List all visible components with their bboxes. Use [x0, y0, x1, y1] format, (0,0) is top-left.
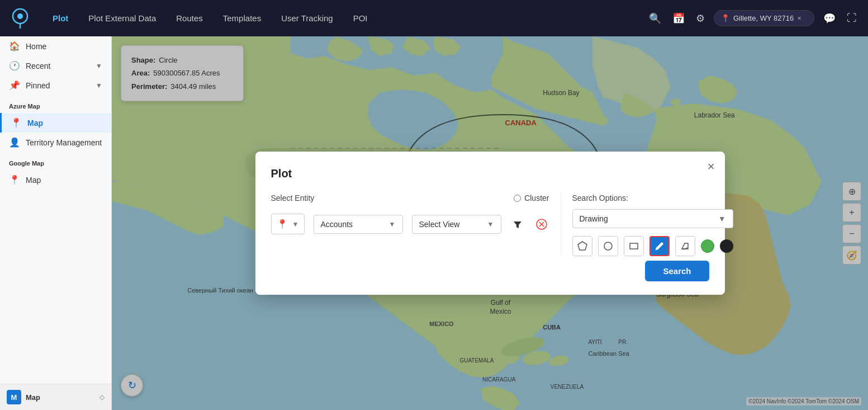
sidebar-item-map-azure-label: Map	[27, 119, 43, 128]
modal-title: Plot	[271, 167, 709, 180]
nav-search-icon-btn[interactable]: 🔍	[647, 10, 663, 27]
cluster-label-text: Cluster	[524, 194, 549, 202]
sidebar-item-map-google[interactable]: 📍 Map	[0, 170, 111, 190]
azure-map-label: Azure Map	[0, 95, 111, 113]
draw-tool-erase-btn[interactable]	[675, 236, 695, 256]
recent-expand-icon: ▼	[96, 62, 102, 70]
nav-location-search[interactable]: 📍 Gillette, WY 82716 ×	[714, 10, 814, 26]
accounts-dropdown[interactable]: Accounts ▼	[314, 215, 403, 234]
modal-overlay: Plot × Select Entity Cluster	[112, 36, 868, 410]
pin-dropdown-chevron: ▼	[292, 220, 299, 228]
pinned-expand-icon: ▼	[96, 82, 102, 89]
filter-btn[interactable]	[510, 217, 525, 232]
sidebar-item-home-label: Home	[26, 42, 46, 51]
recent-icon: 🕐	[9, 60, 20, 71]
sidebar: 🏠 Home 🕐 Recent ▼ 📌 Pinned ▼ Azure Map 📍…	[0, 36, 112, 410]
sidebar-item-territory-label: Territory Management	[26, 138, 102, 147]
nav-right: 🔍 📅 ⚙ 📍 Gillette, WY 82716 × 💬 ⛶	[647, 10, 859, 27]
svg-marker-15	[578, 242, 587, 250]
svg-marker-11	[514, 222, 521, 228]
sidebar-bottom[interactable]: M Map ◇	[0, 384, 111, 410]
select-view-chevron: ▼	[487, 220, 494, 228]
color-green-dot[interactable]	[701, 239, 714, 253]
nav-logo	[9, 7, 31, 30]
draw-tool-polygon-btn[interactable]	[572, 236, 592, 256]
sidebar-item-map-google-label: Map	[26, 176, 41, 185]
entity-dropdowns-row: 📍 ▼ Accounts ▼ Select V	[271, 214, 549, 234]
rectangle-icon	[629, 241, 639, 251]
map-azure-icon: 📍	[11, 117, 22, 128]
nav-link-poi[interactable]: POI	[345, 9, 376, 27]
plot-modal: Plot × Select Entity Cluster	[255, 152, 725, 295]
pinned-icon: 📌	[9, 80, 20, 91]
sidebar-item-recent-label: Recent	[26, 62, 50, 70]
entity-controls-right: Cluster	[514, 194, 549, 202]
nav-location-icon: 📍	[721, 14, 730, 22]
nav-fullscreen-icon-btn[interactable]: ⛶	[845, 10, 859, 26]
nav-chat-icon-btn[interactable]: 💬	[821, 10, 838, 27]
sidebar-item-recent[interactable]: 🕐 Recent ▼	[0, 56, 111, 76]
top-nav: Plot Plot External Data Routes Templates…	[0, 0, 868, 36]
clear-icon	[536, 219, 547, 230]
nav-link-routes[interactable]: Routes	[168, 9, 211, 27]
draw-tool-pencil-btn[interactable]	[649, 236, 670, 256]
select-view-label: Select View	[419, 220, 460, 229]
nav-links: Plot Plot External Data Routes Templates…	[45, 9, 647, 27]
modal-right: Search Options: Drawing ▼	[561, 194, 733, 256]
color-black-dot[interactable]	[720, 239, 733, 253]
nav-location-value: Gillette, WY 82716	[733, 14, 794, 22]
circle-draw-icon	[603, 241, 613, 251]
nav-link-user-tracking[interactable]: User Tracking	[273, 9, 341, 27]
cluster-radio-input[interactable]	[514, 195, 521, 202]
nav-link-templates[interactable]: Templates	[215, 9, 269, 27]
accounts-chevron: ▼	[389, 220, 396, 228]
sidebar-item-territory[interactable]: 👤 Territory Management	[0, 133, 111, 152]
search-button[interactable]: Search	[645, 261, 709, 281]
nav-location-clear-icon[interactable]: ×	[797, 14, 801, 22]
nav-link-plot[interactable]: Plot	[45, 9, 76, 27]
drawing-dropdown-chevron: ▼	[718, 214, 726, 223]
modal-inner: Select Entity Cluster	[271, 194, 709, 256]
svg-point-1	[17, 13, 23, 19]
sidebar-bottom-avatar: M	[7, 390, 21, 404]
map-area[interactable]: Hudson Bay CANADA Labrador Sea Северный …	[112, 36, 868, 410]
cluster-radio-label[interactable]: Cluster	[514, 194, 549, 202]
sidebar-bottom-label: Map	[26, 393, 40, 402]
pin-type-dropdown[interactable]: 📍 ▼	[271, 214, 305, 234]
map-background: Hudson Bay CANADA Labrador Sea Северный …	[112, 36, 868, 410]
main-layout: 🏠 Home 🕐 Recent ▼ 📌 Pinned ▼ Azure Map 📍…	[0, 36, 868, 410]
select-view-dropdown[interactable]: Select View ▼	[412, 215, 501, 234]
erase-icon	[680, 241, 690, 251]
drawing-tools	[572, 236, 733, 256]
select-entity-label: Select Entity	[271, 194, 315, 202]
svg-point-16	[604, 242, 612, 250]
home-icon: 🏠	[9, 41, 20, 51]
sidebar-item-home[interactable]: 🏠 Home	[0, 36, 111, 56]
filter-icon	[513, 219, 523, 229]
nav-link-plot-external[interactable]: Plot External Data	[80, 9, 164, 27]
sidebar-item-pinned[interactable]: 📌 Pinned ▼	[0, 76, 111, 95]
google-map-label: Google Map	[0, 152, 111, 170]
pencil-icon	[654, 241, 665, 251]
modal-close-btn[interactable]: ×	[708, 161, 715, 173]
sidebar-bottom-expand-icon: ◇	[99, 393, 105, 401]
nav-calendar-icon-btn[interactable]: 📅	[670, 10, 687, 27]
search-options-dropdown[interactable]: Drawing ▼	[572, 209, 733, 228]
modal-footer: Search	[271, 261, 709, 281]
svg-rect-17	[630, 243, 638, 249]
territory-icon: 👤	[9, 137, 20, 148]
search-options-label: Search Options:	[572, 194, 733, 202]
polygon-icon	[577, 241, 587, 251]
sidebar-item-pinned-label: Pinned	[26, 81, 50, 90]
modal-left: Select Entity Cluster	[271, 194, 561, 256]
pin-icon: 📍	[277, 219, 288, 229]
map-google-icon: 📍	[9, 175, 20, 185]
nav-settings-icon-btn[interactable]: ⚙	[694, 10, 707, 27]
draw-tool-rectangle-btn[interactable]	[624, 236, 644, 256]
draw-tool-circle-btn[interactable]	[598, 236, 618, 256]
select-entity-row: Select Entity Cluster	[271, 194, 549, 202]
drawing-option-label: Drawing	[580, 214, 608, 223]
clear-btn[interactable]	[534, 216, 549, 232]
sidebar-item-map-azure[interactable]: 📍 Map	[0, 113, 111, 133]
accounts-label: Accounts	[321, 220, 353, 229]
